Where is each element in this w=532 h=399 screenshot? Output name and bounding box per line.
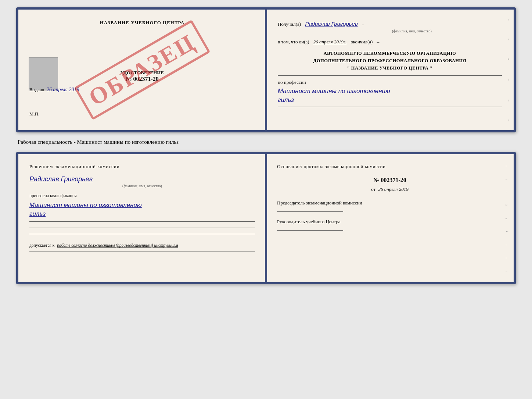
director-title: Руководитель учебного Центра bbox=[277, 218, 503, 225]
director-block: Руководитель учебного Центра bbox=[277, 218, 503, 231]
mark1: – bbox=[504, 19, 511, 21]
doc2-right: Основание: протокол экзаменационной коми… bbox=[266, 154, 514, 282]
edash8: – bbox=[506, 256, 511, 259]
recipient-row: Получил(а) Радислав Григорьев – (фамилия… bbox=[278, 20, 502, 34]
date-label: в том, что он(а) bbox=[278, 39, 309, 44]
person-name-sublabel: (фамилия, имя, отчество) bbox=[29, 184, 255, 188]
qualification-label: присвоена квалификация bbox=[29, 193, 255, 199]
chairman-title: Председатель экзаменационной комиссии bbox=[277, 200, 503, 206]
profession-underline bbox=[278, 107, 502, 107]
dopusk-italic: работе согласно должностным (производств… bbox=[57, 243, 178, 247]
doc1-left: НАЗВАНИЕ УЧЕБНОГО ЦЕНТРА ОБРАЗЕЦ УДОСТОВ… bbox=[18, 10, 266, 130]
person-name-block: Радислав Григорьев (фамилия, имя, отчест… bbox=[29, 175, 255, 188]
doc1-right: Получил(а) Радислав Григорьев – (фамилия… bbox=[266, 10, 514, 130]
right-edge-marks: – и а ← – – bbox=[504, 10, 511, 130]
top-document: НАЗВАНИЕ УЧЕБНОГО ЦЕНТРА ОБРАЗЕЦ УДОСТОВ… bbox=[16, 7, 516, 132]
dash2: – bbox=[377, 39, 380, 44]
recipient-name: Радислав Григорьев bbox=[305, 21, 357, 27]
right-edge-marks-bottom: – – – и а ← – – – bbox=[506, 154, 511, 282]
between-label: Рабочая специальность - Машинист машины … bbox=[16, 139, 179, 145]
name-sublabel: (фамилия, имя, отчество) bbox=[322, 28, 502, 34]
edash9: – bbox=[506, 269, 511, 272]
org-name: " НАЗВАНИЕ УЧЕБНОГО ЦЕНТРА " bbox=[278, 64, 502, 72]
edash7: – bbox=[506, 243, 511, 246]
org-line2: ДОПОЛНИТЕЛЬНОГО ПРОФЕССИОНАЛЬНОГО ОБРАЗО… bbox=[278, 57, 502, 64]
date-prefix: от bbox=[371, 186, 375, 192]
qual-line2 bbox=[29, 228, 255, 228]
edash6: ← bbox=[506, 229, 511, 233]
mark6: – bbox=[504, 120, 511, 121]
profession-value1: Машинист машины по изготовлению bbox=[278, 87, 502, 96]
chairman-block: Председатель экзаменационной комиссии bbox=[277, 200, 503, 212]
org-line1: АВТОНОМНУЮ НЕКОММЕРЧЕСКУЮ ОРГАНИЗАЦИЮ bbox=[278, 50, 502, 57]
qualification-value1: Машинист машины по изготовлению bbox=[29, 201, 255, 210]
mark3: а bbox=[504, 58, 511, 60]
bottom-document: Решением экзаменационной комиссии Радисл… bbox=[16, 152, 516, 284]
date-row: в том, что он(а) 26 апреля 2019г. окончи… bbox=[278, 38, 502, 46]
edash2: – bbox=[506, 177, 511, 181]
osnovaniye-title: Основание: протокол экзаменационной коми… bbox=[277, 164, 503, 170]
protocol-number: № 002371-20 bbox=[277, 177, 503, 184]
protocol-date-value: 26 апреля 2019 bbox=[378, 186, 409, 192]
issued-date: 26 апреля 2019 bbox=[47, 87, 79, 92]
person-name: Радислав Григорьев bbox=[29, 175, 93, 183]
cert-label: УДОСТОВЕРЕНИЕ bbox=[30, 70, 254, 76]
chairman-signature-line bbox=[277, 211, 343, 212]
date-value: 26 апреля 2019г. bbox=[313, 39, 346, 44]
edash5: а bbox=[506, 216, 511, 220]
profession-label: по профессии bbox=[278, 79, 502, 85]
director-signature-line bbox=[277, 230, 343, 231]
photo-placeholder bbox=[29, 57, 58, 90]
dopusk-line bbox=[29, 252, 255, 252]
document-container: НАЗВАНИЕ УЧЕБНОГО ЦЕНТРА ОБРАЗЕЦ УДОСТОВ… bbox=[16, 7, 516, 284]
cert-title: НАЗВАНИЕ УЧЕБНОГО ЦЕНТРА bbox=[30, 20, 254, 26]
cert-number-block: УДОСТОВЕРЕНИЕ № 002371-20 bbox=[30, 70, 254, 82]
mark2: и bbox=[504, 39, 511, 40]
mark4: ← bbox=[504, 78, 511, 81]
mark5: – bbox=[504, 100, 511, 101]
doc2-left: Решением экзаменационной комиссии Радисл… bbox=[18, 154, 266, 282]
edash1: – bbox=[506, 164, 511, 167]
commission-title: Решением экзаменационной комиссии bbox=[29, 164, 255, 170]
issued-label: Выдано 26 апреля 2019 bbox=[29, 87, 79, 93]
protocol-date: от 26 апреля 2019 bbox=[277, 186, 503, 192]
profession-block: по профессии Машинист машины по изготовл… bbox=[278, 79, 502, 107]
cert-number: № 002371-20 bbox=[30, 76, 254, 82]
mp-label: М.П. bbox=[29, 111, 79, 117]
received-label: Получил(а) bbox=[278, 21, 301, 27]
finished-label: окончил(а) bbox=[351, 39, 373, 44]
profession-value2: гильз bbox=[278, 96, 502, 104]
divider-line1 bbox=[278, 75, 502, 76]
qual-line3 bbox=[29, 234, 255, 234]
edash3: – bbox=[506, 190, 511, 193]
qualification-value2: гильз bbox=[29, 210, 255, 218]
dopusk-text: допускается к работе согласно должностны… bbox=[29, 242, 255, 249]
cert-stamp-area: Выдано 26 апреля 2019 М.П. bbox=[29, 87, 79, 117]
edash4: и bbox=[506, 203, 511, 207]
dopusk-prefix: допускается к bbox=[29, 243, 54, 247]
org-block: АВТОНОМНУЮ НЕКОММЕРЧЕСКУЮ ОРГАНИЗАЦИЮ ДО… bbox=[278, 50, 502, 72]
qual-line1 bbox=[29, 221, 255, 222]
dash1: – bbox=[362, 22, 364, 27]
